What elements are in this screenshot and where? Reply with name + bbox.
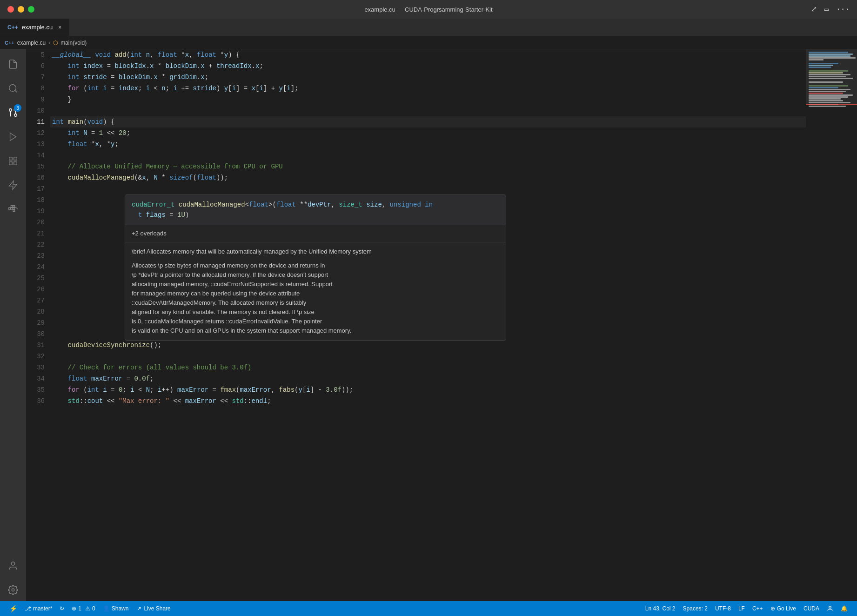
split-editor-icon[interactable]: ⤢: [811, 5, 817, 14]
platform-status[interactable]: CUDA: [800, 601, 823, 616]
minimap-error-line: [806, 104, 857, 105]
svg-rect-8: [14, 162, 17, 165]
code-line-10: [50, 105, 806, 116]
tooltip-doc: \brief Allocates memory that will be aut…: [125, 242, 506, 340]
line-num-12: 12: [26, 127, 45, 139]
breadcrumb-file[interactable]: example.cu: [17, 40, 46, 46]
language-text: C++: [752, 605, 763, 612]
code-line-31: cudaDeviceSynchronize();: [50, 340, 806, 351]
main-layout: 3: [0, 49, 857, 601]
line-num-17: 17: [26, 183, 45, 194]
remote-status[interactable]: ⚡: [6, 601, 21, 616]
remote-icon: ⚡: [9, 605, 17, 612]
hover-tooltip: cudaError_t cudaMallocManaged<float>(flo…: [125, 194, 506, 341]
tooltip-signature: cudaError_t cudaMallocManaged<float>(flo…: [125, 195, 506, 225]
code-line-32: [50, 351, 806, 362]
sidebar-item-extensions[interactable]: [2, 150, 24, 172]
branch-icon: ⎇: [25, 605, 31, 612]
source-control-badge: 3: [14, 104, 21, 112]
code-line-16: cudaMallocManaged(&x, N * sizeof(float))…: [50, 172, 806, 183]
line-num-26: 26: [26, 284, 45, 295]
error-count: 1: [78, 605, 81, 612]
user-name: Shawn: [112, 605, 129, 612]
sidebar-item-accounts[interactable]: [2, 555, 24, 577]
go-live-status[interactable]: ⊕ Go Live: [767, 601, 800, 616]
breadcrumb-function[interactable]: main(void): [60, 40, 87, 46]
maximize-button[interactable]: [28, 6, 34, 13]
line-num-18: 18: [26, 194, 45, 206]
line-num-24: 24: [26, 261, 45, 273]
position-text: Ln 43, Col 2: [645, 605, 676, 612]
svg-point-18: [829, 606, 831, 609]
svg-point-17: [12, 589, 14, 591]
toggle-panel-icon[interactable]: ▭: [824, 5, 829, 14]
minimize-button[interactable]: [18, 6, 24, 13]
svg-point-16: [11, 562, 14, 565]
live-share-icon: ↗: [137, 605, 141, 612]
live-share-button[interactable]: ↗ Live Share: [132, 601, 175, 616]
live-share-label: Live Share: [144, 605, 170, 612]
titlebar-actions: ⤢ ▭ ···: [811, 5, 850, 14]
user-icon: 👤: [103, 605, 110, 612]
minimap[interactable]: [806, 49, 857, 601]
branch-status[interactable]: ⎇ master*: [21, 601, 56, 616]
line-num-21: 21: [26, 228, 45, 239]
go-live-text: Go Live: [777, 605, 796, 612]
line-num-22: 22: [26, 239, 45, 250]
warning-count: 0: [92, 605, 95, 612]
svg-rect-14: [13, 206, 15, 208]
language-status[interactable]: C++: [749, 601, 767, 616]
cursor-position[interactable]: Ln 43, Col 2: [642, 601, 679, 616]
sidebar-item-docker[interactable]: [2, 198, 24, 221]
line-num-8: 8: [26, 83, 45, 94]
code-editor[interactable]: __global__ void add(int n, float *x, flo…: [50, 49, 806, 601]
line-num-34: 34: [26, 373, 45, 384]
close-button[interactable]: [7, 6, 14, 13]
svg-rect-9: [9, 162, 12, 165]
code-line-12: int N = 1 << 20;: [50, 127, 806, 139]
sidebar-item-search[interactable]: [2, 77, 24, 100]
encoding-status[interactable]: UTF-8: [711, 601, 735, 616]
breadcrumb-func-icon: ⬡: [53, 40, 58, 46]
status-bar: ⚡ ⎇ master* ↻ ⊗ 1 ⚠ 0 👤 Shawn ↗ Live Sha…: [0, 601, 857, 616]
user-profile-status[interactable]: [823, 601, 837, 616]
line-num-23: 23: [26, 250, 45, 261]
spaces-text: Spaces: 2: [683, 605, 708, 612]
sidebar-item-run-debug[interactable]: [2, 126, 24, 148]
indentation-status[interactable]: Spaces: 2: [679, 601, 711, 616]
line-num-31: 31: [26, 340, 45, 351]
line-num-30: 30: [26, 328, 45, 340]
svg-point-3: [9, 109, 12, 112]
line-num-25: 25: [26, 273, 45, 284]
sidebar-item-remote[interactable]: [2, 174, 24, 196]
tab-close-button[interactable]: ×: [58, 24, 61, 31]
sidebar-item-settings[interactable]: [2, 579, 24, 601]
line-num-9: 9: [26, 94, 45, 105]
eol-status[interactable]: LF: [735, 601, 749, 616]
window-title: example.cu — CUDA-Progrsamming-Starter-K…: [364, 6, 492, 13]
more-actions-icon[interactable]: ···: [836, 5, 850, 13]
line-num-20: 20: [26, 217, 45, 228]
sync-status[interactable]: ↻: [56, 601, 68, 616]
window-controls[interactable]: [7, 6, 34, 13]
sidebar-item-source-control[interactable]: 3: [2, 101, 24, 124]
line-num-28: 28: [26, 306, 45, 317]
code-line-35: for (int i = 0; i < N; i++) maxError = f…: [50, 384, 806, 395]
sidebar-item-files[interactable]: [2, 53, 24, 75]
code-line-36: std::cout << "Max error: " << maxError <…: [50, 395, 806, 407]
user-status[interactable]: 👤 Shawn: [99, 601, 133, 616]
svg-marker-5: [10, 133, 16, 141]
tab-bar: C++ example.cu ×: [0, 19, 857, 36]
code-line-9: }: [50, 94, 806, 105]
minimap-viewport-indicator: [806, 49, 857, 105]
line-num-7: 7: [26, 72, 45, 83]
code-line-13: float *x, *y;: [50, 139, 806, 150]
editor-tab-example-cu[interactable]: C++ example.cu ×: [0, 19, 69, 36]
titlebar: example.cu — CUDA-Progrsamming-Starter-K…: [0, 0, 857, 19]
notifications-status[interactable]: 🔔: [837, 601, 851, 616]
tooltip-overloads[interactable]: +2 overloads: [125, 225, 506, 242]
code-line-8: for (int i = index; i < n; i += stride) …: [50, 83, 806, 94]
errors-status[interactable]: ⊗ 1 ⚠ 0: [68, 601, 99, 616]
svg-rect-7: [14, 157, 17, 160]
breadcrumb-file-icon: C++: [5, 40, 14, 46]
